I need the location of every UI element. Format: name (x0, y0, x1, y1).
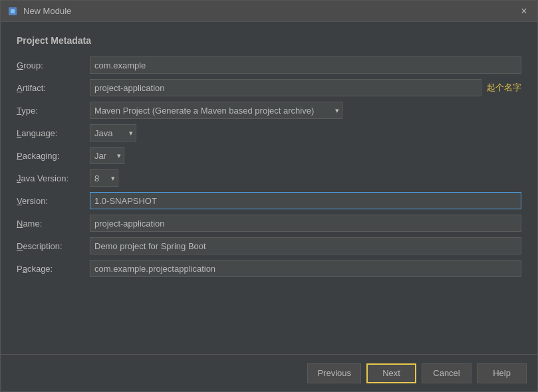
svg-rect-1 (11, 9, 15, 13)
type-select-wrapper: Maven Project (Generate a Maven based pr… (90, 102, 342, 119)
language-field-wrapper: Java Kotlin Groovy (90, 124, 521, 142)
version-input[interactable] (90, 192, 521, 209)
description-field-wrapper (90, 237, 521, 254)
package-label: Package: (17, 264, 90, 274)
version-field-wrapper (90, 192, 521, 209)
previous-button[interactable]: Previous (307, 363, 361, 383)
group-field-wrapper (90, 56, 521, 74)
dialog-content: Project Metadata Group: Artifact: 起个名字 T… (1, 22, 537, 354)
description-input[interactable] (90, 237, 521, 254)
name-label: Name: (17, 219, 90, 229)
language-select-wrapper: Java Kotlin Groovy (90, 124, 136, 142)
title-bar: New Module × (1, 1, 537, 22)
help-button[interactable]: Help (477, 363, 527, 383)
artifact-field-wrapper: 起个名字 (90, 79, 521, 96)
module-icon (7, 6, 18, 17)
form-grid: Group: Artifact: 起个名字 Type: Maven Projec… (17, 56, 521, 277)
packaging-label: Packaging: (17, 151, 90, 161)
cancel-button[interactable]: Cancel (422, 363, 471, 383)
type-label: Type: (17, 106, 90, 116)
packaging-field-wrapper: Jar War (90, 147, 521, 164)
type-select[interactable]: Maven Project (Generate a Maven based pr… (90, 102, 342, 119)
group-input[interactable] (90, 56, 521, 74)
java-version-label: Java Version: (17, 173, 90, 183)
packaging-select[interactable]: Jar War (90, 147, 124, 164)
group-label: Group: (17, 60, 90, 70)
artifact-hint: 起个名字 (487, 82, 521, 94)
dialog-footer: Previous Next Cancel Help (1, 354, 537, 391)
packaging-select-wrapper: Jar War (90, 147, 124, 164)
description-label: Description: (17, 241, 90, 251)
java-version-field-wrapper: 8 11 17 21 (90, 169, 521, 187)
java-version-select-wrapper: 8 11 17 21 (90, 169, 118, 187)
package-input[interactable] (90, 260, 521, 277)
java-version-select[interactable]: 8 11 17 21 (90, 169, 118, 187)
new-module-dialog: New Module × Project Metadata Group: Art… (0, 0, 538, 392)
name-input[interactable] (90, 215, 521, 232)
language-label: Language: (17, 128, 90, 138)
next-button[interactable]: Next (366, 363, 416, 383)
package-field-wrapper (90, 260, 521, 277)
version-label: Version: (17, 196, 90, 206)
name-field-wrapper (90, 215, 521, 232)
close-button[interactable]: × (517, 5, 531, 18)
dialog-title: New Module (23, 6, 512, 16)
language-select[interactable]: Java Kotlin Groovy (90, 124, 136, 142)
artifact-label: Artifact: (17, 83, 90, 93)
artifact-input[interactable] (90, 79, 481, 96)
section-title: Project Metadata (17, 35, 521, 46)
